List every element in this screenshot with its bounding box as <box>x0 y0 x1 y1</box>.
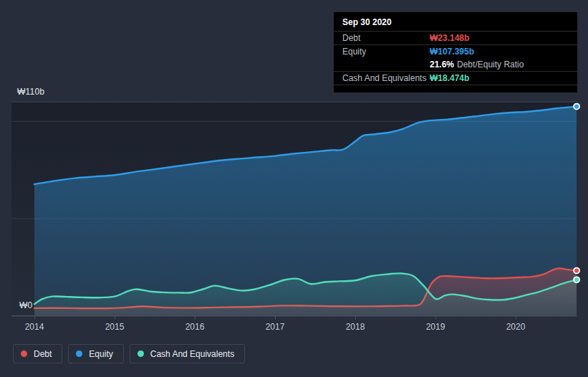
equity-dot-icon <box>76 350 82 357</box>
cash-and-equivalents-endpoint-marker[interactable] <box>574 277 579 282</box>
legend-equity-label: Equity <box>89 349 112 359</box>
legend-item-debt[interactable]: Debt <box>13 344 62 363</box>
tooltip-ratio: 21.6%Debt/Equity Ratio <box>430 59 524 70</box>
cash-dot-icon <box>138 350 144 357</box>
tooltip-debt-value: ₩23.148b <box>430 33 469 43</box>
legend-debt-label: Debt <box>34 349 52 359</box>
tooltip-ratio-label: Debt/Equity Ratio <box>457 59 524 70</box>
debt-endpoint-marker[interactable] <box>574 268 579 274</box>
x-tick-label-2019: 2019 <box>426 322 445 332</box>
x-tick-label-2020: 2020 <box>506 322 526 332</box>
debt-equity-history-panel: ₩110b ₩0 2014201520162017201820192020 Se… <box>0 0 588 377</box>
x-tick-label-2014: 2014 <box>25 322 44 332</box>
x-tick-label-2017: 2017 <box>266 322 285 332</box>
legend-item-cash[interactable]: Cash And Equivalents <box>130 344 245 363</box>
tooltip-row-ratio: 21.6%Debt/Equity Ratio <box>334 58 577 72</box>
legend-item-equity[interactable]: Equity <box>68 344 123 363</box>
x-tick-label-2018: 2018 <box>346 322 365 332</box>
tooltip-date: Sep 30 2020 <box>334 12 577 32</box>
tooltip-debt-label: Debt <box>342 33 430 43</box>
tooltip-equity-label: Equity <box>342 47 430 57</box>
equity-endpoint-marker[interactable] <box>574 104 579 110</box>
x-tick-label-2015: 2015 <box>105 322 125 332</box>
tooltip-cash-value: ₩18.474b <box>430 73 469 83</box>
tooltip-equity-value: ₩107.395b <box>430 47 474 57</box>
legend-cash-label: Cash And Equivalents <box>150 349 234 359</box>
tooltip-ratio-percent: 21.6% <box>430 59 454 70</box>
x-tick-label-2016: 2016 <box>185 322 205 332</box>
tooltip-row-cash: Cash And Equivalents ₩18.474b <box>334 72 577 85</box>
debt-dot-icon <box>21 350 27 357</box>
chart-tooltip: Sep 30 2020 Debt ₩23.148b Equity ₩107.39… <box>334 12 577 92</box>
tooltip-row-equity: Equity ₩107.395b <box>334 45 577 58</box>
tooltip-cash-label: Cash And Equivalents <box>342 73 430 83</box>
tooltip-row-debt: Debt ₩23.148b <box>334 32 577 45</box>
chart-legend: Debt Equity Cash And Equivalents <box>13 344 245 363</box>
